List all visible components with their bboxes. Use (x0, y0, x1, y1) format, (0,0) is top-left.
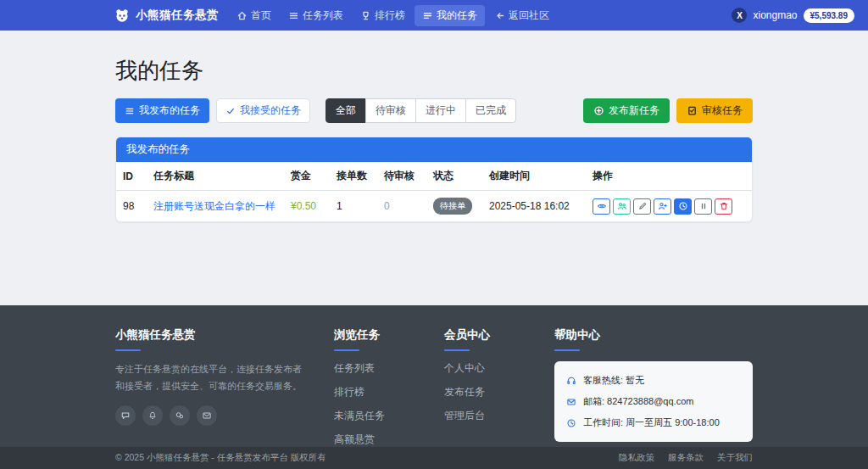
clock-icon (566, 418, 576, 428)
col-header-status: 状态 (426, 162, 482, 191)
col-header-id: ID (116, 162, 147, 191)
footer-column-title: 会员中心 (444, 327, 554, 343)
col-header-actions: 操作 (586, 162, 752, 191)
footer-accent-line (334, 349, 359, 351)
nav-item-task-list[interactable]: 任务列表 (281, 5, 351, 26)
tab-published-tasks[interactable]: 我发布的任务 (115, 98, 209, 123)
task-pending-count: 0 (384, 200, 390, 212)
tab-list-icon (125, 106, 135, 116)
user-name[interactable]: xiongmao (753, 9, 797, 21)
main-content: 我的任务 我发布的任务 我接受的任务 全部 待审核 进行中 已完成 (115, 31, 753, 305)
tab-check-icon (225, 106, 236, 116)
legal-links: 隐私政策 服务条款 关于我们 (619, 452, 753, 464)
pause-icon (698, 201, 709, 211)
status-filter-group: 全部 待审核 进行中 已完成 (326, 98, 516, 123)
footer-accent-line (115, 349, 141, 351)
brand-name: 小熊猫任务悬赏 (136, 8, 219, 23)
task-actions (593, 198, 745, 215)
wechat-social-icon[interactable] (170, 405, 190, 426)
col-header-accept-count: 接单数 (330, 162, 377, 191)
footer-brand-title: 小熊猫任务悬赏 (115, 327, 305, 343)
users-icon (617, 201, 627, 211)
page-title: 我的任务 (115, 56, 753, 86)
publish-button-label: 发布新任务 (609, 103, 659, 118)
footer-link-publish[interactable]: 发布任务 (444, 385, 554, 399)
nav-item-home[interactable]: 首页 (229, 5, 279, 26)
task-id: 98 (116, 191, 147, 222)
nav-item-label: 返回社区 (509, 8, 549, 23)
footer-member-column: 会员中心 个人中心 发布任务 管理后台 (444, 327, 554, 456)
pause-task-button[interactable] (694, 198, 712, 215)
table-header-row: ID 任务标题 赏金 接单数 待审核 状态 创建时间 操作 (116, 162, 752, 191)
filter-completed[interactable]: 已完成 (465, 98, 516, 123)
task-reward: ¥0.50 (291, 200, 316, 212)
col-header-pending: 待审核 (377, 162, 426, 191)
table-row: 98 注册账号送现金白拿的一样 ¥0.50 1 0 待接单 2025-05-18… (116, 191, 752, 222)
nav-item-label: 首页 (251, 8, 271, 23)
task-applicants-button[interactable] (613, 198, 631, 215)
col-header-created: 创建时间 (482, 162, 586, 191)
about-us-link[interactable]: 关于我们 (717, 452, 753, 464)
help-email: 邮箱: 824723888@qq.com (566, 391, 741, 412)
privacy-policy-link[interactable]: 隐私政策 (619, 452, 654, 464)
filter-in-progress[interactable]: 进行中 (415, 98, 466, 123)
person-plus-icon (658, 201, 668, 211)
chat-social-icon[interactable] (115, 405, 136, 426)
pencil-icon (637, 201, 648, 211)
help-hotline: 客服热线: 暂无 (566, 370, 741, 391)
task-created-at: 2025-05-18 16:02 (482, 191, 586, 222)
avatar[interactable]: X (732, 8, 747, 23)
nav-item-label: 排行榜 (375, 8, 405, 23)
filter-all[interactable]: 全部 (326, 98, 366, 123)
navbar: 小熊猫任务悬赏 首页 任务列表 排行榜 (0, 0, 868, 31)
edit-task-button[interactable] (633, 198, 651, 215)
controls-row: 我发布的任务 我接受的任务 全部 待审核 进行中 已完成 (115, 98, 753, 123)
view-task-button[interactable] (593, 198, 610, 215)
publish-task-button[interactable]: 发布新任务 (583, 98, 670, 123)
col-header-reward: 赏金 (284, 162, 330, 191)
review-button-label: 审核任务 (702, 103, 743, 118)
mail-social-icon[interactable] (197, 405, 217, 426)
terms-link[interactable]: 服务条款 (668, 452, 704, 464)
help-item-label: 客服热线: 暂无 (583, 374, 644, 387)
brand[interactable]: 小熊猫任务悬赏 (114, 7, 219, 24)
nav-links: 首页 任务列表 排行榜 我的任务 (229, 5, 557, 26)
nav-item-my-tasks[interactable]: 我的任务 (415, 5, 485, 26)
task-title-link[interactable]: 注册账号送现金白拿的一样 (153, 200, 275, 212)
footer-link-high-reward[interactable]: 高额悬赏 (334, 433, 444, 447)
nav-user: X xiongmao ¥5,593.89 (732, 8, 854, 23)
footer-link-profile[interactable]: 个人中心 (444, 361, 554, 376)
invite-user-button[interactable] (654, 198, 671, 215)
tab-label: 我接受的任务 (240, 103, 301, 118)
tasks-icon (422, 10, 433, 21)
balance-badge: ¥5,593.89 (804, 8, 855, 23)
footer-browse-column: 浏览任务 任务列表 排行榜 未满员任务 高额悬赏 (334, 327, 444, 456)
review-task-button[interactable]: 审核任务 (676, 98, 753, 123)
footer-link-leaderboard[interactable]: 排行榜 (334, 385, 444, 399)
delete-task-button[interactable] (715, 198, 732, 215)
home-icon (236, 10, 248, 21)
tasks-table: ID 任务标题 赏金 接单数 待审核 状态 创建时间 操作 98 注册账号送现金… (116, 162, 752, 221)
published-tasks-card: 我发布的任务 ID 任务标题 赏金 接单数 待审核 状态 创建时间 操作 (115, 137, 753, 222)
help-card: 客服热线: 暂无 邮箱: 824723888@qq.com (554, 361, 753, 442)
footer-link-admin[interactable]: 管理后台 (444, 409, 554, 423)
task-time-button[interactable] (674, 198, 692, 215)
tab-accepted-tasks[interactable]: 我接受的任务 (216, 98, 310, 123)
copyright-text: © 2025 小熊猫任务悬赏 - 任务悬赏发布平台 版权所有 (115, 452, 326, 464)
trash-icon (719, 201, 729, 211)
nav-item-label: 任务列表 (303, 8, 343, 23)
footer-link-task-list[interactable]: 任务列表 (334, 361, 444, 376)
footer-link-unfilled-tasks[interactable]: 未满员任务 (334, 409, 444, 423)
help-item-label: 邮箱: 824723888@qq.com (583, 395, 693, 408)
nav-item-leaderboard[interactable]: 排行榜 (353, 5, 413, 26)
clock-icon (678, 201, 688, 211)
help-item-label: 工作时间: 周一至周五 9:00-18:00 (583, 416, 720, 429)
bell-social-icon[interactable] (142, 405, 163, 426)
footer: 小熊猫任务悬赏 专注于任务悬赏的在线平台，连接任务发布者和接受者，提供安全、可靠… (0, 305, 868, 447)
footer-accent-line (444, 349, 470, 351)
eye-icon (597, 201, 607, 211)
task-accept-count: 1 (330, 191, 377, 222)
social-links (115, 405, 305, 426)
nav-item-back-community[interactable]: 返回社区 (487, 5, 557, 26)
filter-pending-review[interactable]: 待审核 (365, 98, 416, 123)
